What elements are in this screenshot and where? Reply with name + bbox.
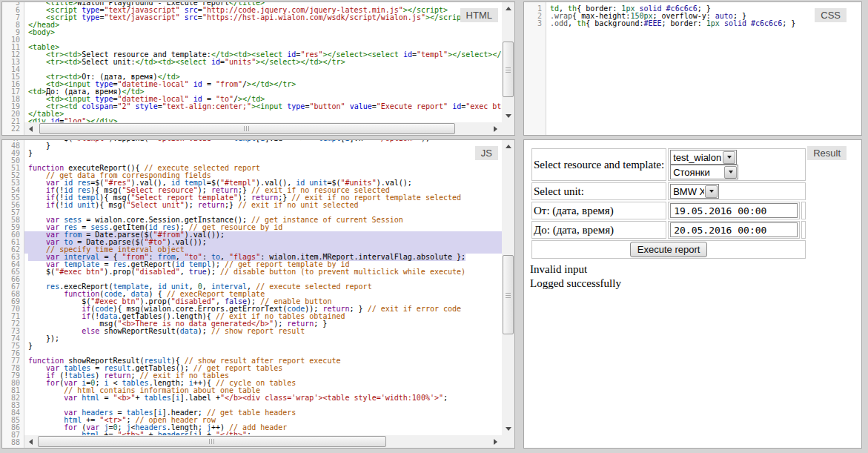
template-select[interactable]: Стоянки	[670, 165, 738, 179]
code-text[interactable]: </head>	[24, 22, 502, 29]
arrow-up-icon	[506, 145, 511, 148]
code-text[interactable]: }	[24, 343, 502, 350]
code-text[interactable]: if(!id_templ){ msg("Select report templa…	[24, 194, 502, 202]
code-text[interactable]: // get data from corresponding fields	[24, 172, 502, 179]
code-text[interactable]	[24, 66, 502, 73]
code-text[interactable]: .odd, th{ background:#EEE; border: 1px s…	[546, 20, 861, 27]
code-text[interactable]: var from = Date.parse($("#from").val());	[24, 231, 502, 239]
editor-line: 5 <title>Wialon Playground - Execute rep…	[2, 1, 502, 7]
line-number: 22	[2, 125, 24, 133]
scrollbar-thumb[interactable]	[503, 255, 514, 334]
editor-line: 65 $("#exec_btn").prop("disabled", true)…	[2, 268, 502, 276]
code-text[interactable]: function(code, data) { // execReport tem…	[24, 291, 502, 298]
scrollbar-thumb[interactable]	[38, 436, 386, 447]
code-text[interactable]	[24, 36, 502, 44]
html-horizontal-scrollbar[interactable]	[24, 122, 502, 135]
code-text[interactable]: }	[24, 142, 502, 150]
scroll-up-button[interactable]	[502, 140, 514, 153]
code-text[interactable]: <td><input type="datetime-local" id = "t…	[24, 96, 502, 103]
code-text[interactable]: for(var i=0; i < tables.length; i++){ //…	[24, 380, 502, 387]
code-text[interactable]: msg("<b>There is no data generated</b>")…	[24, 320, 502, 328]
code-text[interactable]: // html contains information about one t…	[24, 387, 502, 394]
scroll-right-button[interactable]	[489, 122, 502, 135]
editor-line: 55 if(!id_templ){ msg("Select report tem…	[2, 194, 502, 202]
scrollbar-thumb[interactable]	[39, 123, 455, 134]
code-text[interactable]: var res = sess.getItem(id_res); // get r…	[24, 224, 502, 231]
code-text[interactable]: if(!id_unit){ msg("Select unit"); return…	[24, 202, 502, 209]
code-text[interactable]: for (var j=0; j<headers.length; j++) // …	[24, 424, 502, 431]
dropdown-arrow-button[interactable]	[705, 185, 718, 198]
scroll-down-button[interactable]	[502, 110, 514, 122]
dropdown-arrow-button[interactable]	[724, 166, 737, 179]
code-text[interactable]: <title>Wialon Playground - Execute repor…	[24, 1, 502, 7]
scroll-up-button[interactable]	[502, 2, 514, 15]
empty-cell	[801, 202, 806, 219]
code-text[interactable]	[24, 350, 502, 357]
code-text[interactable]: }	[24, 150, 502, 157]
code-text[interactable]: <tr><td>Select resource and template:</t…	[24, 51, 502, 59]
js-horizontal-scrollbar[interactable]	[24, 435, 502, 448]
scrollbar-track[interactable]	[502, 153, 514, 423]
execute-report-button[interactable]: Execute report	[630, 242, 708, 257]
scrollbar-track[interactable]	[37, 122, 489, 135]
code-text[interactable]: $("#exec_btn").prop("disabled", false); …	[24, 298, 502, 305]
code-text[interactable]: else showReportResult(data); // show rep…	[24, 328, 502, 335]
code-text[interactable]: var interval = { "from": from, "to": to,…	[24, 254, 502, 261]
code-text[interactable]	[24, 402, 502, 409]
to-datetime-input[interactable]	[670, 222, 798, 237]
code-text[interactable]: if(code){ msg(wialon.core.Errors.getErro…	[24, 305, 502, 313]
code-text[interactable]: <td>До: (дата, время)</td>	[24, 88, 502, 96]
scrollbar-thumb[interactable]	[503, 42, 514, 97]
code-text[interactable]: <script type="text/javascript" src="http…	[24, 14, 502, 22]
code-text[interactable]: var headers = tables[i].header; // get t…	[24, 409, 502, 417]
editor-line: 50	[2, 157, 502, 165]
code-text[interactable]: <td><input type="datetime-local" id = "f…	[24, 81, 502, 88]
editor-line: 2.wrap{ max-height:150px; overflow-y: au…	[524, 13, 861, 20]
scroll-down-button[interactable]	[502, 423, 514, 435]
code-text[interactable]: <table>	[24, 44, 502, 51]
code-text[interactable]	[24, 157, 502, 165]
line-number: 1	[524, 5, 546, 13]
code-text[interactable]: var tables = result.getTables(); // get …	[24, 365, 502, 372]
code-text[interactable]: .wrap{ max-height:150px; overflow-y: aut…	[546, 13, 861, 20]
code-text[interactable]: if(!data.getTables().length){ // exit if…	[24, 313, 502, 320]
code-text[interactable]: var to = Date.parse($("#to").val());	[24, 239, 502, 246]
scroll-left-button[interactable]	[24, 122, 37, 135]
code-text[interactable]: var template = res.getReport(id_templ); …	[24, 261, 502, 268]
code-text[interactable]: <tr><td>От: (дата, время)</td>	[24, 73, 502, 81]
editor-line: 67 res.execReport(template, id_unit, 0, …	[2, 283, 502, 291]
code-text[interactable]	[24, 209, 502, 216]
code-text[interactable]: <tr><td colspan="2" style="text-align:ce…	[24, 103, 502, 110]
code-text[interactable]: <script type="text/javascript" src="http…	[24, 7, 502, 14]
code-text[interactable]	[24, 276, 502, 283]
code-text[interactable]: res.execReport(template, id_unit, 0, int…	[24, 283, 502, 291]
scroll-right-button[interactable]	[489, 435, 502, 448]
editor-line: 84 var headers = tables[i].header; // ge…	[2, 409, 502, 417]
code-text[interactable]: html += "<tr>"; // open header row	[24, 417, 502, 424]
code-text[interactable]: // specify time interval object	[24, 246, 502, 254]
from-datetime-input[interactable]	[670, 203, 798, 218]
code-text[interactable]: });	[24, 335, 502, 343]
js-vertical-scrollbar[interactable]	[502, 140, 514, 435]
unit-select[interactable]: BMW X5	[670, 184, 719, 199]
code-text[interactable]: </table>	[24, 110, 502, 118]
empty-cell	[801, 221, 806, 239]
resource-select[interactable]: test_wialon	[670, 150, 737, 165]
code-text[interactable]: function executeReport(){ // execute sel…	[24, 165, 502, 172]
scroll-left-button[interactable]	[24, 435, 37, 448]
code-text[interactable]: var html = "<b>"+ tables[i].label +"</b>…	[24, 394, 502, 402]
code-text[interactable]: var sess = wialon.core.Session.getInstan…	[24, 216, 502, 224]
html-vertical-scrollbar[interactable]	[502, 2, 514, 122]
code-text[interactable]: <body>	[24, 29, 502, 36]
form-value-cell	[668, 221, 800, 239]
code-text[interactable]: if (!tables) return; // exit if no table…	[24, 372, 502, 380]
code-text[interactable]: $("#exec_btn").prop("disabled", true); /…	[24, 268, 502, 276]
dropdown-arrow-button[interactable]	[723, 151, 735, 164]
code-text[interactable]: if(!id_res){ msg("Select resource"); ret…	[24, 187, 502, 194]
code-text[interactable]: td, th{ border: 1px solid #c6c6c6; }	[546, 5, 861, 13]
code-text[interactable]: var id_res=$("#res").val(), id_templ=$("…	[24, 179, 502, 187]
code-text[interactable]: <tr><td>Select unit:</td><td><select id=…	[24, 59, 502, 66]
scrollbar-track[interactable]	[37, 435, 489, 448]
code-text[interactable]: function showReportResult(result){ // sh…	[24, 357, 502, 365]
scrollbar-track[interactable]	[502, 15, 514, 110]
